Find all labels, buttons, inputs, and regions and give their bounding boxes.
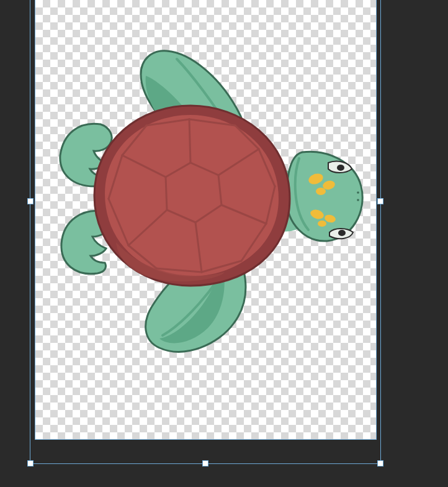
eye-right [329,229,353,239]
svg-point-8 [357,191,359,194]
shell-top [105,115,279,276]
transform-handle-middle-left[interactable] [27,198,34,204]
svg-point-9 [357,199,359,201]
transform-handle-bottom-middle[interactable] [202,460,208,467]
eye-left [328,162,352,173]
transform-handle-middle-right[interactable] [377,198,383,204]
svg-point-2 [316,188,326,195]
artwork-turtle[interactable] [35,0,376,439]
transform-handle-bottom-left[interactable] [27,460,34,467]
svg-point-5 [318,221,326,227]
svg-point-6 [337,165,344,171]
canvas-area[interactable] [35,0,376,439]
turtle-head [287,152,362,241]
editor-workspace [0,0,448,487]
transform-handle-bottom-right[interactable] [377,460,383,467]
svg-point-7 [338,230,346,236]
